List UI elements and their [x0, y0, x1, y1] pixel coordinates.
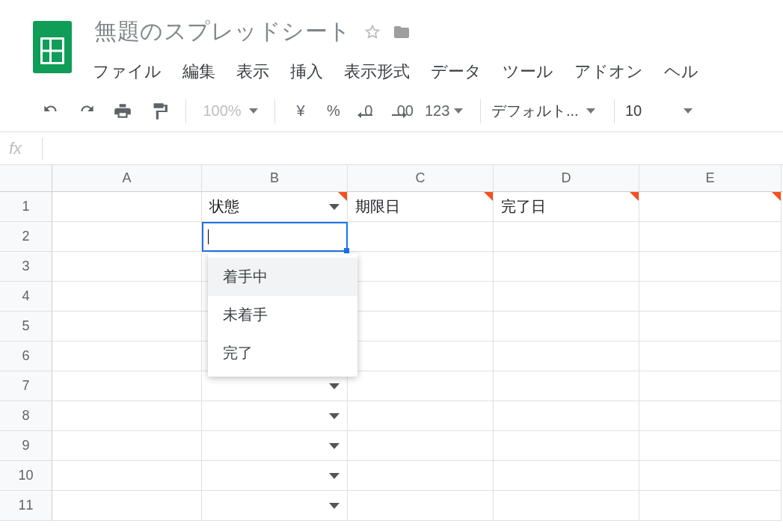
percent-button[interactable]: %: [319, 102, 348, 120]
cell-a4[interactable]: [52, 282, 202, 312]
cell-a11[interactable]: [52, 491, 202, 521]
cell-a7[interactable]: [52, 371, 202, 401]
cell-a5[interactable]: [52, 312, 202, 341]
cell-e11[interactable]: [639, 491, 782, 521]
cell-a3[interactable]: [52, 252, 202, 282]
folder-icon[interactable]: [392, 23, 411, 41]
currency-button[interactable]: ¥: [286, 102, 316, 120]
select-all-corner[interactable]: [0, 165, 52, 191]
row-header-8[interactable]: 8: [0, 401, 52, 431]
cell-d9[interactable]: [494, 431, 639, 461]
cell-e8[interactable]: [639, 401, 782, 431]
cell-d1[interactable]: 完了日: [494, 192, 639, 222]
cell-a9[interactable]: [52, 431, 202, 461]
row-header-4[interactable]: 4: [0, 282, 52, 312]
document-title[interactable]: 無題のスプレッドシート: [93, 13, 353, 50]
row-header-1[interactable]: 1: [0, 192, 52, 222]
cell-a8[interactable]: [52, 401, 202, 431]
menu-help[interactable]: ヘル: [664, 61, 698, 83]
menu-edit[interactable]: 編集: [182, 61, 215, 83]
cell-c2[interactable]: [348, 222, 494, 252]
cell-d6[interactable]: [494, 341, 639, 371]
cell-e10[interactable]: [639, 461, 782, 491]
row-header-7[interactable]: 7: [0, 371, 52, 401]
row-header-9[interactable]: 9: [0, 431, 52, 461]
cell-b11[interactable]: [202, 491, 348, 521]
cell-b2[interactable]: [202, 222, 348, 252]
column-header-d[interactable]: D: [494, 165, 639, 191]
cell-e3[interactable]: [639, 252, 782, 282]
cell-e2[interactable]: [639, 222, 782, 252]
menu-insert[interactable]: 挿入: [290, 61, 323, 83]
cell-c3[interactable]: [348, 252, 494, 282]
cell-b1[interactable]: 状態: [202, 192, 348, 222]
row-header-2[interactable]: 2: [0, 222, 52, 252]
zoom-select[interactable]: 100%: [197, 102, 264, 120]
cell-c7[interactable]: [348, 371, 494, 401]
cell-d8[interactable]: [494, 401, 639, 431]
column-header-a[interactable]: A: [52, 165, 202, 191]
cell-b8[interactable]: [202, 401, 348, 431]
cell-e1[interactable]: [639, 192, 782, 222]
cell-d11[interactable]: [494, 491, 639, 521]
menu-addons[interactable]: アドオン: [574, 61, 643, 83]
cell-c11[interactable]: [348, 491, 494, 521]
row-header-10[interactable]: 10: [0, 461, 52, 491]
row-header-3[interactable]: 3: [0, 252, 52, 282]
cell-b10[interactable]: [202, 461, 348, 491]
dropdown-option[interactable]: 完了: [208, 334, 357, 372]
column-header-b[interactable]: B: [202, 165, 348, 191]
cell-a10[interactable]: [52, 461, 202, 491]
menu-format[interactable]: 表示形式: [344, 61, 410, 83]
undo-button[interactable]: [34, 96, 67, 126]
star-icon[interactable]: [363, 23, 381, 41]
cell-a6[interactable]: [52, 341, 202, 371]
dropdown-arrow-icon[interactable]: [329, 473, 340, 479]
row-header-11[interactable]: 11: [0, 491, 52, 521]
dropdown-option[interactable]: 着手中: [208, 258, 357, 296]
paint-format-button[interactable]: [142, 96, 175, 126]
font-select[interactable]: デフォルト...: [491, 101, 604, 121]
cell-d10[interactable]: [494, 461, 639, 491]
decrease-decimal-button[interactable]: .0: [351, 102, 381, 120]
menu-tools[interactable]: ツール: [503, 61, 553, 83]
dropdown-arrow-icon[interactable]: [329, 503, 340, 509]
cell-c10[interactable]: [348, 461, 494, 491]
cell-e6[interactable]: [639, 341, 782, 371]
cell-e4[interactable]: [639, 282, 782, 312]
cell-c4[interactable]: [348, 282, 494, 312]
number-format-select[interactable]: 123: [425, 102, 470, 120]
column-header-c[interactable]: C: [348, 165, 494, 191]
increase-decimal-button[interactable]: .00: [384, 102, 422, 120]
cell-c5[interactable]: [348, 312, 494, 341]
cell-c8[interactable]: [348, 401, 494, 431]
cell-c6[interactable]: [348, 341, 494, 371]
cell-e5[interactable]: [639, 312, 782, 341]
cell-d4[interactable]: [494, 282, 639, 312]
cell-d2[interactable]: [494, 222, 639, 252]
cell-d3[interactable]: [494, 252, 639, 282]
dropdown-arrow-icon[interactable]: [329, 443, 340, 449]
cell-b9[interactable]: [202, 431, 348, 461]
cell-e7[interactable]: [639, 371, 782, 401]
dropdown-arrow-icon[interactable]: [329, 383, 340, 389]
menu-data[interactable]: データ: [431, 61, 482, 83]
cell-e9[interactable]: [639, 431, 782, 461]
row-header-6[interactable]: 6: [0, 341, 52, 371]
cell-d5[interactable]: [494, 312, 639, 341]
cell-c1[interactable]: 期限日: [348, 192, 494, 222]
print-button[interactable]: [106, 96, 139, 126]
redo-button[interactable]: [70, 96, 103, 126]
cell-c9[interactable]: [348, 431, 494, 461]
cell-a2[interactable]: [52, 222, 202, 252]
cell-d7[interactable]: [494, 371, 639, 401]
formula-input[interactable]: [50, 132, 783, 164]
dropdown-arrow-icon[interactable]: [329, 204, 340, 210]
dropdown-arrow-icon[interactable]: [329, 413, 340, 419]
row-header-5[interactable]: 5: [0, 312, 52, 341]
menu-view[interactable]: 表示: [236, 61, 269, 83]
column-header-e[interactable]: E: [639, 165, 782, 191]
cell-a1[interactable]: [52, 192, 202, 222]
menu-file[interactable]: ファイル: [93, 61, 162, 83]
font-size-select[interactable]: 10: [625, 102, 693, 120]
